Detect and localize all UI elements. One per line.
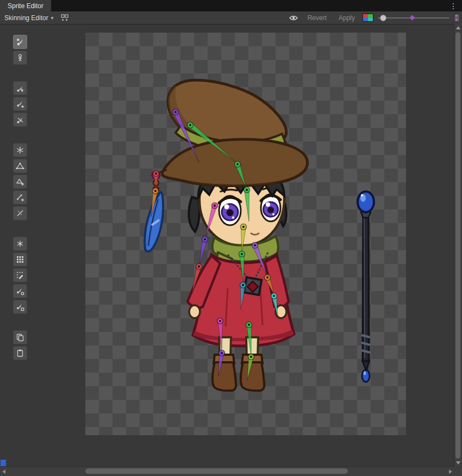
- bone-influence-button[interactable]: [13, 284, 27, 298]
- create-edge-icon: [16, 193, 24, 202]
- skinning-toolbar: Skinning Editor ▾ Revert Apply: [0, 11, 462, 24]
- pose-tool-group: [13, 35, 85, 66]
- weight-brush-icon: [16, 271, 24, 280]
- selection-color-chip: [1, 460, 6, 466]
- bone-opacity-slider[interactable]: [378, 14, 449, 22]
- sprite-sheet-icon: [60, 14, 69, 22]
- sprite-editor-window: Sprite Editor ⋮ Skinning Editor ▾ Revert…: [0, 0, 462, 476]
- weight-brush-button[interactable]: [13, 268, 27, 282]
- restore-bind-pose-button[interactable]: [13, 35, 27, 49]
- clipboard-tool-group: [13, 330, 85, 362]
- weight-tool-group: [13, 237, 85, 316]
- vertical-scrollbar[interactable]: [454, 24, 462, 467]
- revert-button[interactable]: Revert: [303, 13, 331, 23]
- swatch-blue: [363, 18, 368, 22]
- paste-icon: [16, 349, 24, 357]
- edit-bone-icon: [16, 84, 24, 92]
- split-edge-button[interactable]: [13, 206, 27, 220]
- sprite-influence-icon: [16, 302, 24, 311]
- scroll-down-icon[interactable]: [456, 461, 460, 465]
- scroll-right-icon[interactable]: [449, 469, 452, 474]
- paste-button[interactable]: [13, 346, 27, 360]
- bone-influence-icon: [16, 287, 24, 295]
- copy-button[interactable]: [13, 330, 27, 344]
- sprite-sheet-button[interactable]: [59, 13, 71, 23]
- slider-knob[interactable]: [380, 15, 386, 21]
- sprite-artwork: [85, 33, 406, 435]
- window-menu-icon[interactable]: ⋮: [445, 0, 462, 11]
- horizontal-scrollbar[interactable]: [0, 466, 454, 476]
- tab-strip: Sprite Editor ⋮: [0, 0, 462, 11]
- scroll-left-icon[interactable]: [2, 469, 5, 474]
- character-sprite: [145, 80, 307, 391]
- bone-tool-group: [13, 81, 85, 128]
- split-bone-icon: [16, 115, 24, 124]
- staff-sprite: [358, 191, 374, 382]
- pattern-swatch[interactable]: [454, 14, 460, 22]
- auto-weights-button[interactable]: [13, 237, 27, 251]
- split-bone-button[interactable]: [13, 113, 27, 127]
- restore-bind-pose-icon: [16, 38, 24, 46]
- scroll-up-icon[interactable]: [456, 26, 460, 29]
- auto-geometry-button[interactable]: [13, 143, 27, 157]
- visibility-button[interactable]: [287, 13, 300, 23]
- copy-icon: [16, 333, 24, 342]
- slider-marker: [410, 15, 415, 20]
- weight-slider-icon: [16, 255, 24, 264]
- geometry-tool-group: [13, 143, 85, 222]
- vertical-scroll-thumb[interactable]: [455, 32, 460, 459]
- apply-button[interactable]: Apply: [334, 13, 359, 23]
- create-vertex-button[interactable]: [13, 175, 27, 189]
- character-pivot-button[interactable]: [13, 51, 27, 65]
- tab-title: Sprite Editor: [8, 2, 43, 10]
- edit-geometry-button[interactable]: [13, 159, 27, 173]
- create-bone-icon: [16, 100, 24, 108]
- edit-bone-button[interactable]: [13, 81, 27, 95]
- sprite-canvas[interactable]: [85, 33, 406, 435]
- chevron-down-icon: ▾: [51, 15, 54, 21]
- skinning-editor-dropdown[interactable]: Skinning Editor ▾: [2, 13, 55, 23]
- character-pivot-icon: [16, 53, 24, 62]
- create-vertex-icon: [16, 177, 24, 186]
- create-bone-button[interactable]: [13, 97, 27, 111]
- auto-weights-icon: [16, 239, 24, 248]
- edit-geometry-icon: [16, 162, 24, 170]
- eye-icon: [289, 14, 298, 22]
- swatch-teal: [368, 18, 373, 22]
- split-edge-icon: [16, 209, 24, 218]
- auto-geometry-icon: [16, 146, 24, 154]
- right-eye: [261, 194, 280, 221]
- sprite-influence-button[interactable]: [13, 300, 27, 314]
- weight-slider-button[interactable]: [13, 252, 27, 267]
- create-edge-button[interactable]: [13, 190, 27, 205]
- color-palette-swatch[interactable]: [363, 14, 373, 22]
- scrollbar-corner: [454, 467, 462, 476]
- tab-sprite-editor[interactable]: Sprite Editor: [0, 0, 51, 11]
- skinning-tool-column: [0, 24, 85, 467]
- left-eye: [219, 196, 241, 225]
- horizontal-scroll-thumb[interactable]: [85, 468, 348, 474]
- skinning-editor-label: Skinning Editor: [4, 14, 48, 22]
